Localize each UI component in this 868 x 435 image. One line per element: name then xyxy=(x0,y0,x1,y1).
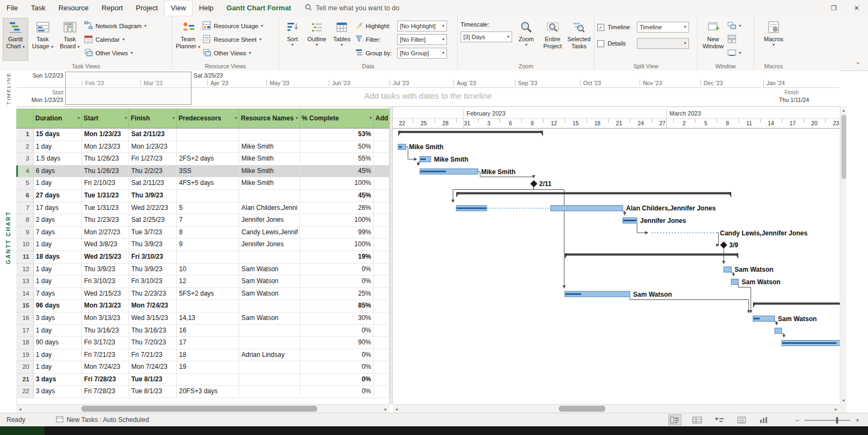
details-checkbox[interactable] xyxy=(597,40,604,47)
scroll-right-icon[interactable]: ► xyxy=(832,405,840,413)
row-number[interactable]: 20 xyxy=(16,361,34,374)
row-number[interactable]: 9 xyxy=(16,227,34,239)
timescale-select[interactable]: [3] Days▾ xyxy=(461,31,512,42)
cell-pct[interactable]: 99% xyxy=(300,227,374,239)
zoom-out-button[interactable]: − xyxy=(795,417,799,424)
zoom-in-button[interactable]: + xyxy=(856,417,859,424)
gantt-milestone[interactable] xyxy=(531,180,538,187)
timeline-checkbox[interactable]: ✓ xyxy=(597,24,604,31)
cell-dur[interactable]: 3 days xyxy=(34,374,82,386)
cell-dur[interactable]: 1 day xyxy=(34,141,82,153)
restore-window-button[interactable]: ❐ xyxy=(822,0,845,16)
cell-pred[interactable] xyxy=(177,300,239,312)
cell-dur[interactable]: 17 days xyxy=(34,202,82,215)
cell-add[interactable] xyxy=(374,325,390,337)
gantt-task-bar[interactable] xyxy=(731,279,738,285)
cell-start[interactable]: Fri 2/10/23 xyxy=(82,177,129,190)
cell-fin[interactable]: Sat 2/11/23 xyxy=(129,129,177,141)
cell-res[interactable]: Sam Watson xyxy=(239,264,300,276)
cell-pct[interactable]: 0% xyxy=(300,374,374,386)
timeline-view-select[interactable]: Timeline▾ xyxy=(637,22,689,33)
cell-add[interactable] xyxy=(374,374,390,386)
cell-add[interactable] xyxy=(374,251,390,264)
table-row[interactable]: 82 daysThu 2/23/23Sat 2/25/237Jennifer J… xyxy=(16,214,390,227)
cell-pct[interactable]: 25% xyxy=(300,288,374,300)
row-number[interactable]: 3 xyxy=(16,153,34,165)
new-tasks-mode-button[interactable]: New Tasks : Auto Scheduled xyxy=(56,416,149,424)
cell-add[interactable] xyxy=(374,129,390,141)
collapse-ribbon-button[interactable]: › xyxy=(854,62,862,64)
column-header-predecessors[interactable]: Predecessors▾ xyxy=(177,108,239,128)
cell-add[interactable] xyxy=(374,190,390,202)
filter-arrow-icon[interactable]: ▾ xyxy=(296,116,298,120)
cell-fin[interactable]: Thu 2/23/23 xyxy=(129,288,177,300)
cell-start[interactable]: Wed 3/8/23 xyxy=(82,239,129,251)
gantt-summary-bar[interactable] xyxy=(456,192,731,194)
cell-res[interactable] xyxy=(239,300,300,312)
row-number[interactable]: 6 xyxy=(16,190,34,202)
table-row[interactable]: 163 daysMon 3/13/23Wed 3/15/2314,13Sam W… xyxy=(16,312,390,325)
cell-res[interactable] xyxy=(239,337,300,349)
cell-pct[interactable]: 53% xyxy=(300,129,374,141)
chart-horizontal-scrollbar[interactable]: ◄ ► xyxy=(393,404,840,413)
cell-res[interactable]: Sam Watson xyxy=(239,276,300,288)
cell-res[interactable] xyxy=(239,190,300,202)
table-row[interactable]: 101 dayWed 3/8/23Thu 3/9/239Jennifer Jon… xyxy=(16,239,390,251)
column-header-duration[interactable]: Duration▾ xyxy=(34,108,82,128)
gantt-chart-area[interactable]: Mike SmithMike SmithMike Smith2/11Alan C… xyxy=(393,129,840,404)
row-number[interactable]: 7 xyxy=(16,202,34,215)
filter-arrow-icon[interactable]: ▾ xyxy=(78,116,80,120)
zoom-button[interactable]: Zoom ▾ xyxy=(514,18,539,61)
view-shortcut-resource-sheet[interactable] xyxy=(735,414,748,425)
column-header-add-new[interactable]: Add xyxy=(374,108,390,128)
cell-fin[interactable]: Sat 2/11/23 xyxy=(129,177,177,190)
row-number[interactable]: 14 xyxy=(16,288,34,300)
cell-add[interactable] xyxy=(374,349,390,362)
cell-pct[interactable]: 0% xyxy=(300,276,374,288)
row-number[interactable]: 12 xyxy=(16,264,34,276)
tab-report[interactable]: Report xyxy=(95,0,129,16)
cell-dur[interactable]: 1 day xyxy=(34,239,82,251)
macros-button[interactable]: Macros ▾ xyxy=(761,18,787,61)
arrange-all-button[interactable] xyxy=(727,34,749,46)
cell-pred[interactable]: 16 xyxy=(177,325,239,337)
cell-add[interactable] xyxy=(374,264,390,276)
cell-res[interactable] xyxy=(239,129,300,141)
table-row[interactable]: 201 dayMon 7/24/23Mon 7/24/23190% xyxy=(16,361,390,374)
chart-scroll-thumb[interactable] xyxy=(559,406,605,412)
cell-dur[interactable]: 1 day xyxy=(34,325,82,337)
cell-add[interactable] xyxy=(374,312,390,325)
table-row[interactable]: 31.5 daysThu 1/26/23Fri 1/27/232FS+2 day… xyxy=(16,153,390,165)
view-shortcut-report[interactable] xyxy=(757,414,770,425)
filter-arrow-icon[interactable]: ▾ xyxy=(369,116,372,120)
cell-add[interactable] xyxy=(374,202,390,215)
cell-pct[interactable]: 50% xyxy=(300,141,374,153)
cell-pct[interactable]: 100% xyxy=(300,177,374,190)
column-header-finish[interactable]: Finish▾ xyxy=(129,108,177,128)
row-number[interactable]: 16 xyxy=(16,312,34,325)
cell-res[interactable] xyxy=(239,374,300,386)
filter-arrow-icon[interactable]: ▾ xyxy=(173,116,175,120)
tab-gantt-chart-format[interactable]: Gantt Chart Format xyxy=(220,0,298,16)
tables-button[interactable]: Tables ▾ xyxy=(330,18,353,61)
row-number[interactable]: 22 xyxy=(16,386,34,398)
cell-dur[interactable]: 90 days xyxy=(34,337,82,349)
cell-start[interactable]: Fri 7/21/23 xyxy=(82,349,129,362)
cell-fin[interactable]: Mon 1/23/23 xyxy=(129,141,177,153)
team-planner-button[interactable]: Team Planner ▾ xyxy=(175,18,201,61)
cell-add[interactable] xyxy=(374,177,390,190)
cell-pred[interactable]: 3SS xyxy=(177,165,239,178)
cell-fin[interactable]: Thu 7/20/23 xyxy=(129,337,177,349)
cell-pred[interactable]: 18 xyxy=(177,349,239,362)
filter-arrow-icon[interactable]: ▾ xyxy=(235,116,237,120)
resource-usage-button[interactable]: Resource Usage▾ xyxy=(202,20,272,32)
cell-res[interactable]: Adrian Lindsay xyxy=(239,349,300,362)
cell-pct[interactable]: 100% xyxy=(300,214,374,227)
table-row[interactable]: 1118 daysWed 2/15/23Fri 3/10/2319% xyxy=(16,251,390,264)
cell-fin[interactable]: Thu 3/9/23 xyxy=(129,190,177,202)
cell-start[interactable]: Thu 1/26/23 xyxy=(82,165,129,178)
cell-pred[interactable]: 17 xyxy=(177,337,239,349)
entire-project-button[interactable]: Entire Project xyxy=(540,18,565,61)
cell-res[interactable]: Sam Watson xyxy=(239,288,300,300)
table-horizontal-scrollbar[interactable]: ◄ ► xyxy=(16,404,390,413)
